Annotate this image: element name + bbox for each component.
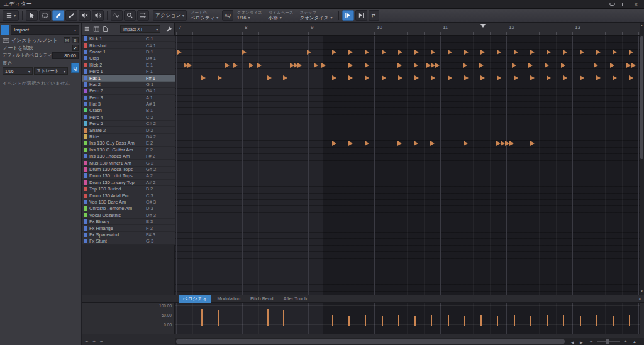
wave-display-button[interactable]: [111, 10, 123, 21]
scroll-right-icon[interactable]: ▶: [580, 340, 583, 344]
drum-note-event[interactable]: [431, 75, 435, 80]
drum-row[interactable]: Vox 130 Dare AmC# 3: [82, 199, 175, 205]
drum-note-event[interactable]: [596, 50, 601, 55]
drum-note-event[interactable]: [332, 75, 336, 80]
drum-note-event[interactable]: [365, 63, 369, 68]
drum-row[interactable]: Hat 1F# 1: [82, 75, 175, 81]
velocity-bar[interactable]: [348, 316, 350, 326]
drum-note-event[interactable]: [464, 141, 468, 146]
auto-quantize-button[interactable]: AQ: [222, 10, 233, 21]
zoom-vertical-icon[interactable]: ▲: [633, 340, 636, 344]
velocity-bar[interactable]: [267, 309, 269, 326]
drum-note-event[interactable]: [464, 50, 469, 55]
drum-row[interactable]: Fx StuntG 3: [82, 238, 175, 244]
drum-note-event[interactable]: [479, 63, 484, 68]
drum-note-event[interactable]: [348, 63, 353, 68]
drum-row[interactable]: Fx SpacewindF# 3: [82, 232, 175, 238]
drum-note-event[interactable]: [480, 50, 485, 55]
drum-row[interactable]: Top 130 BuriedB 2: [82, 186, 175, 192]
list-view-icon[interactable]: [84, 26, 91, 33]
drum-note-event[interactable]: [528, 63, 533, 68]
drum-note-event[interactable]: [431, 50, 435, 55]
audition-checkbox[interactable]: ✓: [72, 45, 79, 51]
main-menu-button[interactable]: ▾: [3, 10, 19, 21]
drum-note-event[interactable]: [414, 75, 419, 80]
drum-row[interactable]: Ins 130 C..Guitar AmF 2: [82, 147, 175, 153]
drum-note-event[interactable]: [267, 75, 272, 80]
drum-note-event[interactable]: [596, 75, 601, 80]
drum-note-event[interactable]: [382, 75, 386, 80]
mute-tool-button[interactable]: [79, 10, 91, 21]
drum-note-event[interactable]: [201, 75, 206, 80]
drum-note-event[interactable]: [365, 141, 369, 146]
velocity-bar[interactable]: [283, 310, 284, 326]
drum-note-event[interactable]: [448, 50, 452, 55]
pointer-tool-button[interactable]: [26, 10, 38, 21]
loop-end-marker[interactable]: [480, 24, 486, 28]
drum-note-event[interactable]: [530, 141, 535, 146]
playhead[interactable]: [582, 36, 582, 295]
drum-note-event[interactable]: [464, 75, 469, 80]
drum-note-event[interactable]: [242, 50, 247, 55]
scroll-to-end-button[interactable]: [355, 10, 367, 21]
drum-note-event[interactable]: [397, 141, 402, 146]
drum-note-event[interactable]: [332, 50, 336, 55]
drum-row[interactable]: Chrdstb ..emone AmD 3: [82, 205, 175, 212]
velocity-bar[interactable]: [332, 315, 333, 326]
drum-row[interactable]: Snare 2D 2: [82, 127, 175, 133]
default-velocity-field[interactable]: 80.00: [52, 52, 79, 59]
drum-note-event[interactable]: [626, 63, 631, 68]
swing-select[interactable]: ストレート ▾: [34, 67, 68, 75]
horizontal-scroll-thumb[interactable]: [176, 339, 565, 344]
drum-note-event[interactable]: [610, 63, 614, 68]
drum-note-event[interactable]: [348, 141, 353, 146]
horizontal-scrollbar[interactable]: ◀ ▶ − + ▲: [175, 338, 644, 345]
drum-note-event[interactable]: [463, 63, 467, 68]
drum-row[interactable]: Drum 130 ..ncery TopA# 2: [82, 180, 175, 186]
drum-note-event[interactable]: [613, 50, 617, 55]
drum-note-grid[interactable]: [175, 36, 640, 295]
velocity-bar[interactable]: [497, 316, 498, 326]
zoom-slider-thumb[interactable]: [606, 339, 609, 344]
device-selector[interactable]: Impact XT ▾: [120, 25, 160, 33]
drum-row[interactable]: Fx BinaryE 3: [82, 219, 175, 225]
piano-view-icon[interactable]: [93, 26, 100, 33]
drum-note-event[interactable]: [187, 63, 192, 68]
drum-note-event[interactable]: [249, 63, 253, 68]
velocity-bar[interactable]: [596, 315, 597, 326]
drum-row[interactable]: CrashB 1: [82, 107, 175, 114]
lane-tab-velocity[interactable]: ベロシティ: [179, 295, 211, 303]
drum-note-event[interactable]: [629, 50, 633, 55]
velocity-bar[interactable]: [448, 315, 449, 326]
velocity-bar[interactable]: [480, 315, 482, 326]
drum-note-event[interactable]: [382, 50, 386, 55]
drum-note-event[interactable]: [613, 75, 617, 80]
drum-note-event[interactable]: [501, 141, 505, 146]
drum-row[interactable]: Kick 2E 1: [82, 62, 175, 68]
link-icon[interactable]: [608, 1, 617, 8]
drum-note-event[interactable]: [547, 50, 551, 55]
drum-note-event[interactable]: [177, 50, 182, 55]
drum-row[interactable]: Hat 3A# 1: [82, 101, 175, 107]
drum-note-event[interactable]: [365, 75, 369, 80]
page-icon[interactable]: [102, 26, 109, 33]
paint-tool-button[interactable]: [65, 10, 77, 21]
lanes-button[interactable]: [137, 10, 149, 21]
drum-note-event[interactable]: [431, 63, 435, 68]
drum-note-event[interactable]: [629, 75, 633, 80]
velocity-bar[interactable]: [382, 316, 383, 326]
maximize-icon[interactable]: [619, 1, 629, 8]
drum-note-event[interactable]: [496, 141, 501, 146]
velocity-bar[interactable]: [464, 316, 465, 326]
drum-note-event[interactable]: [448, 75, 452, 80]
velocity-bar[interactable]: [547, 315, 548, 326]
step-select[interactable]: クオンタイズ ▾: [299, 15, 332, 21]
velocity-bar[interactable]: [201, 309, 203, 326]
drum-note-event[interactable]: [547, 75, 551, 80]
remove-lane-icon[interactable]: −: [100, 339, 103, 344]
drum-row[interactable]: Fx HiflangeF 3: [82, 225, 175, 231]
quantize-select[interactable]: 1/16 ▾: [237, 15, 262, 21]
velocity-bar[interactable]: [563, 315, 564, 326]
drum-note-event[interactable]: [561, 63, 565, 68]
solo-button[interactable]: S: [72, 37, 79, 43]
